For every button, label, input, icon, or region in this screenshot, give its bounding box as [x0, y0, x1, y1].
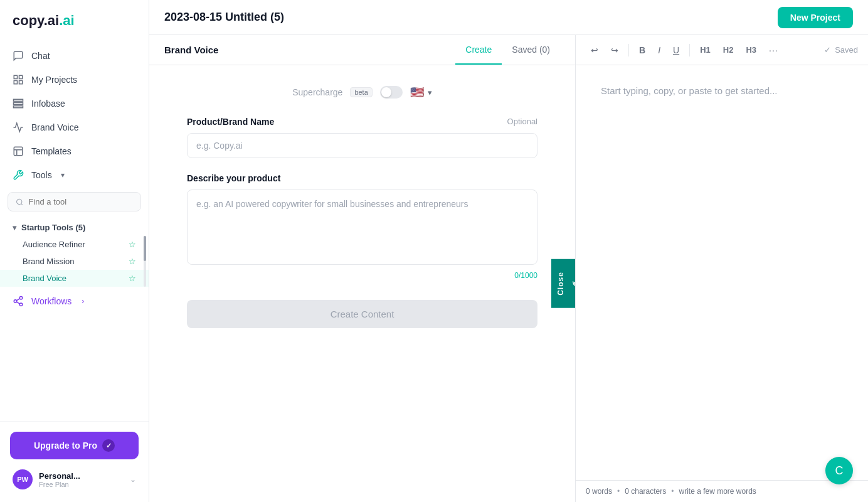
stat-dot-2: • [671, 487, 674, 496]
describe-product-label-text: Describe your product [187, 173, 280, 183]
sidebar-bottom: Upgrade to Pro ✓ PW Personal... Free Pla… [0, 421, 149, 502]
tab-saved[interactable]: Saved (0) [502, 36, 560, 65]
tab-group: Create Saved (0) [455, 36, 560, 65]
sidebar-item-infobase[interactable]: Infobase [0, 92, 149, 115]
describe-product-textarea[interactable] [187, 190, 537, 265]
editor-panel: ↩ ↪ B I U [576, 35, 868, 502]
undo-icon: ↩ [591, 45, 598, 55]
supercharge-toggle[interactable] [380, 86, 403, 99]
sidebar-item-tools[interactable]: Tools ▾ [0, 163, 149, 187]
tool-item-brand-mission[interactable]: Brand Mission ☆ [0, 253, 149, 270]
logo: copy.ai.ai [0, 0, 149, 39]
infobase-icon [13, 98, 24, 109]
svg-rect-0 [14, 75, 17, 78]
sidebar-item-label: Chat [31, 51, 50, 61]
form-panel: Brand Voice Create Saved (0) Supercharge… [149, 35, 576, 502]
svg-rect-6 [14, 106, 23, 108]
panel-tabs: Brand Voice Create Saved (0) [149, 35, 575, 65]
supercharge-label: Supercharge [292, 87, 342, 97]
undo-button[interactable]: ↩ [586, 41, 603, 59]
svg-point-13 [14, 300, 17, 303]
editor-panel-wrapper: ↩ ↪ B I U [576, 35, 868, 502]
editor-area[interactable]: Start typing, copy, or paste to get star… [576, 65, 868, 480]
describe-product-group: Describe your product 0/1000 [187, 173, 537, 280]
editor-stats: 0 words • 0 characters • write a few mor… [586, 487, 756, 496]
sidebar-nav: Chat My Projects Infobase Brand Voice [0, 39, 149, 421]
flag-chevron-icon: ▾ [428, 88, 432, 97]
supercharge-bar: Supercharge beta 🇺🇸 ▾ [187, 85, 537, 99]
language-dropdown[interactable]: 🇺🇸 ▾ [410, 85, 432, 99]
editor-footer: 0 words • 0 characters • write a few mor… [576, 480, 868, 502]
tools-label: Tools [31, 170, 52, 180]
toggle-thumb [381, 87, 391, 97]
product-name-label-text: Product/Brand Name [187, 117, 274, 127]
svg-point-10 [17, 199, 22, 204]
sidebar-item-my-projects[interactable]: My Projects [0, 68, 149, 92]
form-content: Supercharge beta 🇺🇸 ▾ Product/Brand Name… [149, 65, 575, 502]
sidebar-item-label: Infobase [31, 99, 65, 109]
product-name-label: Product/Brand Name Optional [187, 117, 537, 127]
tab-create[interactable]: Create [455, 36, 502, 65]
stat-dot-1: • [617, 487, 620, 496]
more-options-button[interactable]: ··· [764, 41, 783, 59]
h2-label: H2 [723, 45, 734, 55]
h1-button[interactable]: H1 [695, 41, 716, 58]
close-panel-button[interactable]: ✎ Close [551, 259, 576, 308]
user-row[interactable]: PW Personal... Free Plan ⌄ [10, 467, 139, 492]
sidebar-item-templates[interactable]: Templates [0, 139, 149, 163]
h2-button[interactable]: H2 [718, 41, 739, 58]
avatar: PW [13, 469, 33, 489]
upgrade-btn-label: Upgrade to Pro [34, 441, 97, 451]
svg-rect-3 [14, 81, 17, 84]
bold-button[interactable]: B [634, 41, 650, 59]
h3-button[interactable]: H3 [741, 41, 761, 58]
char-count: 0/1000 [187, 271, 537, 280]
toolbar-separator [628, 44, 629, 56]
sidebar-item-workflows[interactable]: Workflows › [0, 289, 149, 313]
tool-item-brand-voice[interactable]: Brand Voice ☆ [0, 270, 149, 287]
bold-label: B [639, 45, 645, 55]
star-icon: ☆ [129, 257, 136, 266]
collapse-icon: ▾ [13, 223, 16, 232]
user-info: Personal... Free Plan [39, 471, 124, 488]
user-name: Personal... [39, 471, 124, 481]
checkmark-icon: ✓ [102, 439, 115, 452]
panel-title: Brand Voice [164, 45, 218, 55]
user-chevron-icon: ⌄ [130, 475, 136, 484]
describe-product-label: Describe your product [187, 173, 537, 183]
italic-button[interactable]: I [653, 41, 665, 59]
char-count-stat: 0 characters [625, 487, 666, 496]
page-title: 2023-08-15 Untitled (5) [164, 11, 284, 24]
sidebar-item-label: Templates [31, 146, 71, 156]
tool-item-audience-refiner[interactable]: Audience Refiner ☆ [0, 236, 149, 253]
top-bar: 2023-08-15 Untitled (5) New Project [149, 0, 868, 35]
sidebar-item-brand-voice[interactable]: Brand Voice [0, 115, 149, 139]
search-icon [16, 198, 23, 206]
scrollbar-thumb[interactable] [144, 236, 146, 261]
tool-item-label: Audience Refiner [23, 240, 85, 249]
logo-dot: .ai [59, 13, 74, 28]
sidebar-item-chat[interactable]: Chat [0, 44, 149, 68]
tool-item-label: Brand Voice [23, 274, 66, 283]
startup-tools-section: ▾ Startup Tools (5) Audience Refiner ☆ B… [0, 216, 149, 289]
panels: Brand Voice Create Saved (0) Supercharge… [149, 35, 868, 502]
underline-button[interactable]: U [668, 41, 684, 59]
product-name-input[interactable] [187, 133, 537, 158]
new-project-button[interactable]: New Project [778, 7, 853, 28]
startup-tools-header[interactable]: ▾ Startup Tools (5) [0, 219, 149, 236]
create-content-button[interactable]: Create Content [187, 300, 537, 328]
upgrade-to-pro-button[interactable]: Upgrade to Pro ✓ [10, 432, 139, 459]
flag-icon: 🇺🇸 [410, 85, 424, 99]
italic-label: I [658, 45, 660, 55]
sidebar-item-label: My Projects [31, 75, 77, 85]
find-tool-input[interactable] [28, 197, 133, 206]
redo-button[interactable]: ↪ [606, 41, 623, 59]
optional-label: Optional [507, 117, 537, 126]
svg-line-11 [21, 203, 23, 205]
editor-fab-button[interactable]: C [825, 457, 853, 484]
fab-label: C [835, 464, 844, 478]
svg-line-16 [16, 299, 19, 301]
redo-icon: ↪ [611, 45, 618, 55]
workflows-icon [13, 296, 24, 307]
sidebar-item-label: Brand Voice [31, 122, 79, 132]
